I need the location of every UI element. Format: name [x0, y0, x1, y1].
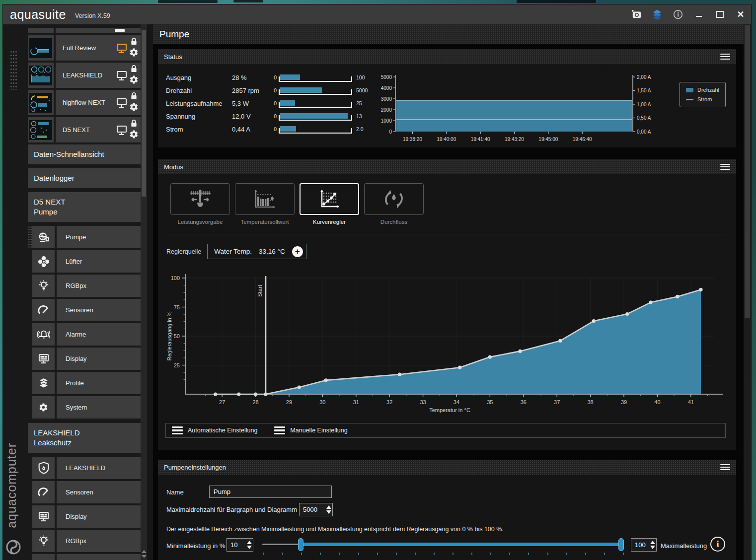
gear-icon[interactable] [129, 102, 139, 114]
sidebar-item-d5-rgbpx[interactable]: RGBpx [28, 275, 141, 297]
maximize-icon[interactable] [714, 9, 725, 19]
scroll-up-icon[interactable] [142, 550, 147, 553]
scroll-down-icon[interactable] [142, 555, 147, 558]
gear-icon[interactable] [129, 75, 139, 86]
mode-button-kurvenregler[interactable]: Kurvenregler [297, 183, 362, 225]
monitor-icon[interactable] [116, 97, 128, 108]
device-row-full-review[interactable]: Full Review [28, 35, 141, 61]
layers-icon [32, 372, 55, 394]
bar-max: 5000 [353, 87, 375, 93]
sidebar-section-leakshield[interactable]: LEAKSHIELD Leakschutz [28, 423, 141, 453]
monitor-icon[interactable] [116, 70, 128, 81]
selection-grip [28, 250, 32, 273]
spinner-up-icon[interactable] [326, 505, 331, 509]
lock-icon[interactable] [130, 37, 138, 47]
device-row-highflow-next[interactable]: highflow NEXT [28, 90, 141, 115]
drag-grip[interactable] [10, 50, 18, 90]
maxrpm-spinner[interactable]: 5000 [299, 503, 333, 516]
device-row-leakshield[interactable]: LEAKSHIELD [28, 63, 141, 88]
panel-menu-icon[interactable] [720, 54, 730, 60]
controller-curve-chart[interactable]: 255075100272829303132333435363738394041S… [165, 266, 727, 420]
mode-button-temperatursollwert[interactable]: Temperatursollwert [232, 183, 297, 225]
sidebar-item-leak-sensoren[interactable]: Sensoren [28, 481, 141, 503]
spinner-down-icon[interactable] [650, 546, 655, 549]
svg-text:29: 29 [286, 399, 292, 405]
device-thumbnail[interactable] [28, 35, 54, 61]
add-source-icon[interactable]: + [292, 246, 303, 257]
app-version: Version X.59 [75, 12, 110, 19]
gear-icon[interactable] [129, 48, 139, 59]
main-scrollbar[interactable] [744, 24, 751, 560]
mode-button-durchfluss[interactable]: Durchfluss [362, 183, 426, 225]
spinner-up-icon[interactable] [650, 541, 655, 544]
desktop-taskbar-blob [158, 0, 218, 3]
sidebar-item-leak-rgbpx[interactable]: RGBpx [28, 530, 141, 552]
monitor-icon[interactable] [116, 43, 128, 54]
sidebar-section-d5-next[interactable]: D5 NEXT Pumpe [28, 192, 141, 222]
flow-icon[interactable] [364, 183, 424, 215]
power-preset-icon[interactable] [170, 183, 230, 215]
min-power-spinner[interactable]: 10 [227, 538, 253, 552]
selection-grip [28, 481, 32, 503]
lock-icon[interactable] [130, 65, 138, 74]
close-icon[interactable]: ✕ [735, 9, 746, 19]
sidebar-item-leak-display[interactable]: Display [28, 505, 141, 528]
menu-icon [172, 426, 183, 434]
main-scrollbar-thumb[interactable] [745, 25, 750, 318]
sidebar-rail: aquacomputer [3, 24, 23, 560]
modus-panel: Modus LeistungsvorgabeTemperatursollwert… [158, 159, 736, 450]
spinner-down-icon[interactable] [326, 510, 331, 514]
status-metrics: Ausgang28 %0100Drehzahl2857 rpm05000Leis… [166, 69, 375, 147]
mode-button-leistungsvorgabe[interactable]: Leistungsvorgabe [168, 183, 232, 225]
svg-text:19:43:20: 19:43:20 [505, 137, 524, 142]
lock-icon[interactable] [130, 92, 138, 102]
spinner-down-icon[interactable] [247, 546, 252, 549]
power-range-slider[interactable] [262, 538, 624, 552]
lock-icon[interactable] [130, 119, 138, 129]
curve-controller-icon[interactable] [300, 183, 359, 215]
pump-name-input[interactable] [209, 486, 332, 498]
sidebar-item-daten-schnellansicht[interactable]: Daten-Schnellansicht [28, 144, 141, 164]
metric-value: 28 % [232, 74, 272, 81]
nav-label: RGBpx [57, 275, 141, 297]
svg-text:4000: 4000 [381, 85, 392, 91]
sidebar-item-d5-pumpe[interactable]: Pumpe [28, 226, 141, 248]
sidebar-item-d5-profile[interactable]: Profile [28, 372, 141, 394]
layers-icon[interactable] [652, 9, 663, 19]
device-thumbnail[interactable] [28, 63, 54, 88]
info-icon[interactable]: i [710, 537, 725, 552]
info-icon[interactable] [673, 9, 683, 19]
sidebar-scrollbar-thumb[interactable] [142, 30, 146, 197]
button-automatische-einstellung[interactable]: Automatische Einstellung [172, 426, 257, 434]
metric-row-spannung: Spannung12,0 V013 [166, 110, 375, 123]
controller-source-selector[interactable]: Water Temp. 33,16 °C + [207, 244, 306, 259]
sidebar-item-d5-display[interactable]: Display [28, 348, 141, 370]
sidebar-item-datenlogger[interactable]: Datenlogger [28, 168, 141, 188]
device-thumbnail[interactable] [28, 117, 54, 142]
sidebar-item-d5-sensoren[interactable]: Sensoren [28, 299, 141, 321]
minimize-icon[interactable] [693, 9, 704, 19]
panel-menu-icon[interactable] [720, 164, 730, 170]
bulb-icon [32, 275, 55, 297]
sidebar-scrollbar[interactable] [141, 24, 147, 560]
sidebar-item-leak-alarme[interactable]: Alarme [28, 554, 141, 560]
device-row-d5-next[interactable]: D5 NEXT [28, 117, 141, 142]
max-power-spinner[interactable]: 100 [631, 538, 657, 552]
sidebar-item-d5-alarme[interactable]: Alarme [28, 323, 141, 346]
bar-max: 2.0 [353, 126, 375, 132]
sidebar-item-leak-leakshield[interactable]: LEAKSHIELD [28, 457, 141, 479]
sidebar-item-d5-lüfter[interactable]: Lüfter [28, 250, 141, 273]
slider-handle-max[interactable] [618, 538, 624, 551]
sidebar-item-d5-system[interactable]: System [28, 396, 141, 419]
panel-menu-icon[interactable] [720, 464, 730, 471]
spinner-up-icon[interactable] [247, 541, 252, 544]
temp-setpoint-icon[interactable] [235, 183, 295, 215]
button-manuelle-einstellung[interactable]: Manuelle Einstellung [274, 426, 347, 434]
device-thumbnail[interactable] [28, 90, 54, 115]
legend-item: Drehzahl [686, 87, 719, 93]
slider-handle-min[interactable] [298, 538, 303, 551]
monitor-icon[interactable] [116, 125, 128, 136]
screenshot-camera-icon[interactable] [631, 9, 642, 19]
gear-icon[interactable] [129, 130, 139, 141]
svg-text:19:41:40: 19:41:40 [471, 137, 490, 142]
